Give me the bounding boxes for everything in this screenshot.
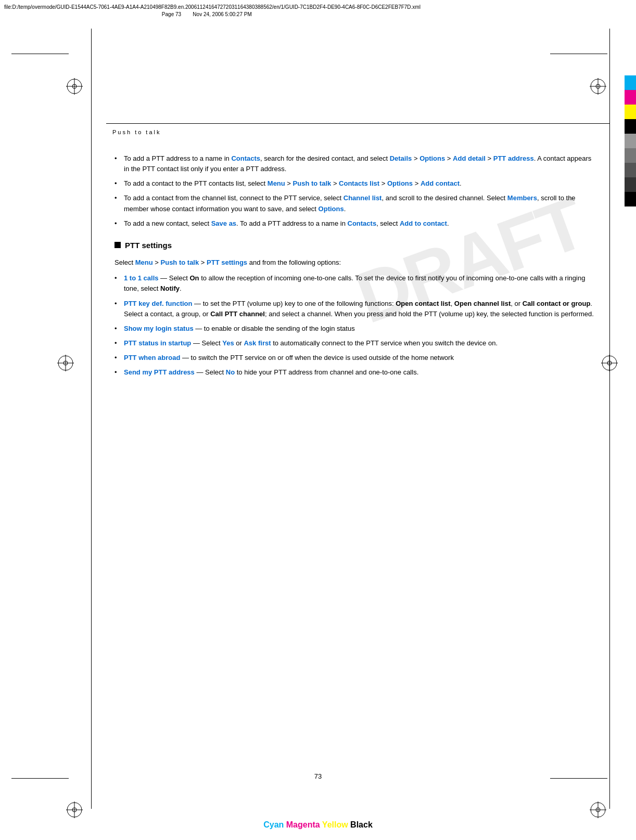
reg-mark-right-mid xyxy=(600,354,619,372)
bullet4-text-b: . To add a PTT address to a name in xyxy=(236,219,347,227)
swatch-gray1 xyxy=(625,134,636,148)
bullet-item-1: To add a PTT address to a name in Contac… xyxy=(115,153,597,174)
reg-mark-top-right xyxy=(589,77,607,96)
setting2-callcontactorgroup: Call contact or group xyxy=(523,300,591,307)
bullet3-channellist: Channel list xyxy=(344,194,382,202)
setting4-text-b: or xyxy=(234,339,244,347)
setting4-text-c: to automatically connect to the PTT serv… xyxy=(271,339,498,347)
bullet2-options: Options xyxy=(387,179,413,187)
page-number: 73 xyxy=(314,772,322,780)
color-label-magenta: Magenta xyxy=(286,820,320,829)
setting2-text-a: — to set the PTT (volume up) key to one … xyxy=(192,300,396,307)
intro-select: Select xyxy=(115,259,135,266)
setting-sendmypttaddress: Send my PTT address — Select No to hide … xyxy=(115,367,597,378)
bullet2-pushtotalk: Push to talk xyxy=(293,179,332,187)
intro-tail: and from the following options: xyxy=(247,259,341,266)
bullet4-contacts: Contacts xyxy=(348,219,377,227)
ptt-settings-title: PTT settings xyxy=(125,239,172,251)
ptt-settings-list: 1 to 1 calls — Select On to allow the re… xyxy=(115,273,597,378)
setting6-text-b: to hide your PTT address from channel an… xyxy=(235,368,418,376)
swatch-gray3 xyxy=(625,163,636,177)
swatch-yellow xyxy=(625,105,636,119)
setting3-label: Show my login status xyxy=(124,325,194,332)
setting1-notify: Notify xyxy=(160,285,180,292)
setting4-askfirst: Ask first xyxy=(244,339,271,347)
left-vertical-line xyxy=(91,29,92,809)
swatch-magenta xyxy=(625,90,636,105)
bullet2-addcontact: Add contact xyxy=(421,179,460,187)
bullet-list: To add a PTT address to a name in Contac… xyxy=(115,153,597,229)
page-label: Page 73 xyxy=(162,11,181,17)
swatch-cyan xyxy=(625,75,636,90)
h-line-bottom-right xyxy=(550,778,607,779)
intro-pushtotalk: Push to talk xyxy=(161,259,199,266)
bullet1-adddetail: Add detail xyxy=(453,154,486,162)
swatch-gray4 xyxy=(625,177,636,192)
reg-mark-left-mid xyxy=(56,354,75,372)
filepath2: 2/en/1/GUID-7C1BD2F4-DE90-4CA6-8F0C-D6CE… xyxy=(269,4,421,10)
bullet1-details: Details xyxy=(390,154,412,162)
intro-pttsettings: PTT settings xyxy=(207,259,247,266)
bullet3-text-b: , and scroll to the desired channel. Sel… xyxy=(381,194,507,202)
setting2-openchannellist: Open channel list xyxy=(454,300,511,307)
setting5-label: PTT when abroad xyxy=(124,354,180,361)
setting3-text-a: — to enable or disable the sending of th… xyxy=(194,325,355,332)
setting-pttstatusinstartup: PTT status in startup — Select Yes or As… xyxy=(115,338,597,348)
setting1-label: 1 to 1 calls xyxy=(124,274,158,282)
swatch-black2 xyxy=(625,192,636,206)
top-bar: file:D:/temp/overmode/GUID-E1544AC5-7061… xyxy=(0,3,636,11)
reg-mark-bottom-right xyxy=(589,800,607,819)
setting-1to1calls: 1 to 1 calls — Select On to allow the re… xyxy=(115,273,597,294)
bullet2-contactslist: Contacts list xyxy=(339,179,379,187)
bullet1-gt1: > xyxy=(412,154,419,162)
bullet4-text-d: . xyxy=(447,219,449,227)
setting2-callptttchannel: Call PTT channel xyxy=(210,310,265,318)
setting1-text-a: — Select xyxy=(158,274,189,282)
h-line-bottom-left xyxy=(11,778,69,779)
reg-mark-bottom-left xyxy=(65,800,84,819)
setting-pttkey: PTT key def. function — to set the PTT (… xyxy=(115,299,597,319)
bullet-item-4: To add a new contact, select Save as. To… xyxy=(115,218,597,229)
setting6-label: Send my PTT address xyxy=(124,368,195,376)
setting5-text-a: — to switch the PTT service on or off wh… xyxy=(180,354,454,361)
setting4-label: PTT status in startup xyxy=(124,339,191,347)
bullet3-options: Options xyxy=(319,205,344,213)
bullet4-text-a: To add a new contact, select xyxy=(124,219,211,227)
bullet2-menu: Menu xyxy=(268,179,285,187)
color-swatches-right xyxy=(625,75,636,206)
bullet-item-3: To add a contact from the channel list, … xyxy=(115,193,597,214)
setting2-text-e: ; and select a channel. When you press a… xyxy=(265,310,594,318)
reg-mark-top-left xyxy=(65,77,84,96)
bullet4-addtocontact: Add to contact xyxy=(400,219,447,227)
bullet1-gt2: > xyxy=(445,154,453,162)
bullet4-saveas: Save as xyxy=(211,219,236,227)
bullet1-text-a: To add a PTT address to a name in xyxy=(124,154,231,162)
setting4-yes: Yes xyxy=(222,339,234,347)
ptt-settings-heading: PTT settings xyxy=(115,239,597,251)
date-label: Nov 24, 2006 5:00:27 PM xyxy=(193,11,251,17)
h-line-top-left xyxy=(11,54,69,54)
bullet1-contacts: Contacts xyxy=(231,154,260,162)
bullet3-text-a: To add a contact from the channel list, … xyxy=(124,194,344,202)
setting2-opencontactlist: Open contact list xyxy=(396,300,450,307)
ptt-settings-intro: Select Menu > Push to talk > PTT setting… xyxy=(115,257,597,268)
swatch-black xyxy=(625,119,636,134)
setting2-text-c: , or xyxy=(511,300,522,307)
setting6-text-a: — Select xyxy=(195,368,226,376)
setting1-text-c: . xyxy=(180,285,182,292)
section-header-line xyxy=(106,123,610,124)
bullet1-pttaddress: PTT address xyxy=(493,154,534,162)
bullet-item-2: To add a contact to the PTT contacts lis… xyxy=(115,178,597,189)
content-area: To add a PTT address to a name in Contac… xyxy=(115,153,597,378)
setting-pttwhenabroad: PTT when abroad — to switch the PTT serv… xyxy=(115,353,597,363)
section-title: Push to talk xyxy=(112,129,161,135)
bullet3-text-d: . xyxy=(344,205,346,213)
square-bullet-icon xyxy=(115,242,121,248)
bottom-color-labels: Cyan Magenta Yellow Black xyxy=(263,820,373,830)
setting2-text-b: , xyxy=(451,300,454,307)
right-vertical-line xyxy=(609,29,610,809)
bullet2-text-a: To add a contact to the PTT contacts lis… xyxy=(124,179,268,187)
color-label-cyan: Cyan xyxy=(263,820,284,829)
setting6-no: No xyxy=(226,368,235,376)
intro-menu: Menu xyxy=(135,259,153,266)
